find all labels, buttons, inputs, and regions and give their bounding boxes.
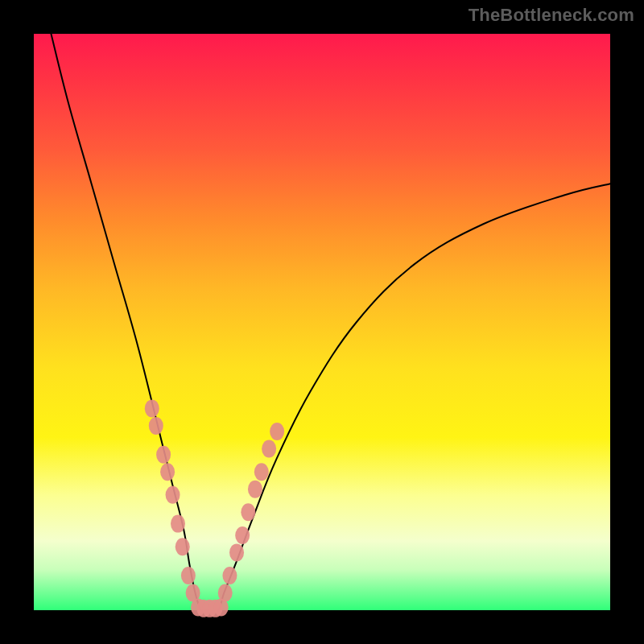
chart-svg <box>34 34 610 610</box>
highlight-dot <box>149 417 163 435</box>
highlight-dot <box>235 526 250 544</box>
highlight-dot <box>171 515 185 533</box>
highlight-dot <box>248 481 262 498</box>
highlight-dot <box>181 567 196 584</box>
highlight-dot <box>241 503 255 521</box>
highlight-dot <box>270 423 284 440</box>
highlight-dot <box>262 440 276 458</box>
curve-layer <box>51 34 610 612</box>
highlight-dot <box>254 463 269 481</box>
highlight-dot <box>156 446 171 464</box>
highlight-dot <box>218 584 233 602</box>
plot-area <box>34 34 610 610</box>
watermark-text: TheBottleneck.com <box>469 5 634 26</box>
bottleneck-curve <box>51 34 610 612</box>
highlight-dot <box>222 567 237 584</box>
highlight-dot <box>175 538 190 555</box>
highlight-dot <box>160 463 175 481</box>
highlight-dot <box>145 399 159 417</box>
dots-layer <box>145 399 284 617</box>
highlight-dot <box>229 543 244 561</box>
highlight-dot <box>166 486 180 504</box>
chart-stage: TheBottleneck.com <box>0 0 644 644</box>
